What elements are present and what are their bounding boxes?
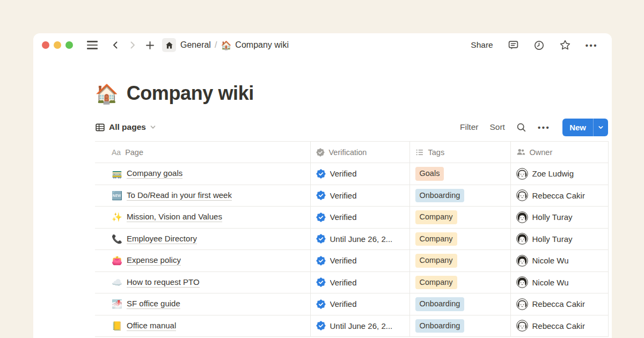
page-cell[interactable]: 📒 Office manual xyxy=(95,315,310,337)
page-link[interactable]: Employee Directory xyxy=(127,234,197,244)
tags-cell[interactable]: Onboarding xyxy=(409,185,510,207)
minimize-window-button[interactable] xyxy=(54,41,61,49)
new-button-label[interactable]: New xyxy=(562,119,593,136)
zoom-window-button[interactable] xyxy=(65,41,73,49)
avatar xyxy=(516,255,528,267)
filter-button[interactable]: Filter xyxy=(460,122,478,132)
comments-icon[interactable] xyxy=(508,40,519,51)
verification-cell[interactable]: Verified xyxy=(310,185,409,207)
table-header-row: Aa Page Verification xyxy=(95,142,608,163)
verified-badge-icon xyxy=(316,212,326,222)
owner-cell[interactable]: Rebecca Cakir xyxy=(510,185,608,207)
page-link[interactable]: SF office guide xyxy=(127,299,180,309)
table-row[interactable]: 🌁 SF office guide Verified Onboarding xyxy=(95,293,608,315)
owner-cell[interactable]: Rebecca Cakir xyxy=(510,315,608,337)
tags-cell[interactable]: Company xyxy=(409,271,510,293)
breadcrumb-current-page[interactable]: Company wiki xyxy=(235,40,289,50)
tag-pill: Onboarding xyxy=(415,297,465,311)
verification-cell[interactable]: Until June 26, 2... xyxy=(310,228,409,250)
avatar xyxy=(516,233,528,245)
page-cell[interactable]: ✨ Mission, Vision and Values xyxy=(95,207,310,229)
owner-cell[interactable]: Nicole Wu xyxy=(510,250,608,272)
page-emoji: 👛 xyxy=(112,255,122,266)
table-row[interactable]: 📒 Office manual Until June 26, 2... Onbo… xyxy=(95,315,608,337)
table-view-icon xyxy=(95,122,105,133)
page-cell[interactable]: 📞 Employee Directory xyxy=(95,228,310,250)
column-header-owner[interactable]: Owner xyxy=(510,142,608,163)
hamburger-menu-icon[interactable] xyxy=(87,41,98,49)
tags-cell[interactable]: Company xyxy=(409,207,510,229)
traffic-lights xyxy=(42,41,73,49)
favorite-star-icon[interactable] xyxy=(559,39,571,51)
verification-cell[interactable]: Verified xyxy=(310,293,409,315)
verification-cell[interactable]: Verified xyxy=(310,250,409,272)
page-icon-emoji[interactable]: 🏠 xyxy=(95,84,119,103)
table-row[interactable]: ☁️ How to request PTO Verified Company xyxy=(95,271,608,293)
verification-status: Verified xyxy=(330,169,357,178)
verification-cell[interactable]: Verified xyxy=(310,207,409,229)
avatar xyxy=(516,276,528,288)
owner-cell[interactable]: Rebecca Cakir xyxy=(510,293,608,315)
page-link[interactable]: Expense policy xyxy=(127,255,181,266)
tags-cell[interactable]: Goals xyxy=(409,163,510,185)
tags-cell[interactable]: Company xyxy=(409,250,510,272)
app-window: General / 🏠 Company wiki Share xyxy=(33,33,612,338)
page-link[interactable]: Office manual xyxy=(127,321,176,331)
page-cell[interactable]: 🌁 SF office guide xyxy=(95,293,310,315)
tags-cell[interactable]: Onboarding xyxy=(409,293,510,315)
table-row[interactable]: 🆕 To Do/Read in your first week Verified… xyxy=(95,185,608,207)
home-icon[interactable] xyxy=(162,38,176,52)
page-link[interactable]: To Do/Read in your first week xyxy=(127,190,232,201)
back-button[interactable] xyxy=(108,38,122,52)
share-button[interactable]: Share xyxy=(471,40,493,50)
column-header-tags[interactable]: Tags xyxy=(409,142,510,163)
page-link[interactable]: Mission, Vision and Values xyxy=(127,212,222,222)
new-page-plus-icon[interactable] xyxy=(143,38,157,52)
verification-cell[interactable]: Until June 26, 2... xyxy=(310,315,409,337)
owner-cell[interactable]: Holly Turay xyxy=(510,228,608,250)
page-emoji: ☁️ xyxy=(112,277,122,288)
table-row[interactable]: 🚃 Company goals Verified Goals xyxy=(95,163,608,185)
verification-status: Until June 26, 2... xyxy=(330,321,393,330)
updates-clock-icon[interactable] xyxy=(533,40,545,51)
tag-pill: Company xyxy=(415,210,457,224)
table-body: 🚃 Company goals Verified Goals xyxy=(95,163,608,337)
tags-cell[interactable]: Onboarding xyxy=(409,315,510,337)
column-header-verification[interactable]: Verification xyxy=(310,142,409,163)
column-header-page[interactable]: Aa Page xyxy=(95,142,310,163)
owner-cell[interactable]: Zoe Ludwig xyxy=(510,163,608,185)
page-link[interactable]: How to request PTO xyxy=(127,277,200,288)
page-title-text[interactable]: Company wiki xyxy=(127,82,254,105)
avatar xyxy=(516,189,528,201)
new-button[interactable]: New xyxy=(562,119,608,136)
page-cell[interactable]: 👛 Expense policy xyxy=(95,250,310,272)
verification-cell[interactable]: Verified xyxy=(310,271,409,293)
more-options-icon[interactable]: ••• xyxy=(586,41,598,50)
breadcrumb-root[interactable]: General xyxy=(180,40,211,50)
page-cell[interactable]: ☁️ How to request PTO xyxy=(95,271,310,293)
page-cell[interactable]: 🚃 Company goals xyxy=(95,163,310,185)
page-body: 🏠 Company wiki All pages Filter Sort xyxy=(95,82,608,337)
view-selector[interactable]: All pages xyxy=(95,122,156,133)
verified-badge-icon xyxy=(316,277,326,287)
page-link[interactable]: Company goals xyxy=(127,168,182,179)
avatar xyxy=(516,168,528,180)
text-property-icon: Aa xyxy=(112,148,121,157)
toolbar-actions: Share ••• xyxy=(471,39,598,51)
view-more-options-icon[interactable]: ••• xyxy=(538,123,550,132)
table-row[interactable]: ✨ Mission, Vision and Values Verified Co… xyxy=(95,207,608,229)
table-row[interactable]: 👛 Expense policy Verified Company xyxy=(95,250,608,272)
owner-cell[interactable]: Nicole Wu xyxy=(510,271,608,293)
owner-cell[interactable]: Holly Turay xyxy=(510,207,608,229)
search-icon[interactable] xyxy=(516,122,526,133)
page-cell[interactable]: 🆕 To Do/Read in your first week xyxy=(95,185,310,207)
close-window-button[interactable] xyxy=(42,41,49,49)
forward-button[interactable] xyxy=(126,38,140,52)
verification-cell[interactable]: Verified xyxy=(310,163,409,185)
page-emoji: 📒 xyxy=(112,321,122,331)
table-row[interactable]: 📞 Employee Directory Until June 26, 2...… xyxy=(95,228,608,250)
page-emoji: 🆕 xyxy=(112,190,122,201)
sort-button[interactable]: Sort xyxy=(489,122,504,132)
tags-cell[interactable]: Company xyxy=(409,228,510,250)
new-button-chevron-icon[interactable] xyxy=(594,119,608,136)
